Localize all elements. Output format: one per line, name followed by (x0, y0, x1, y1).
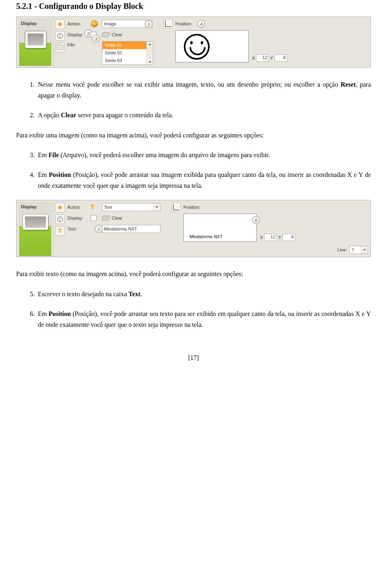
display-chip-icon (25, 31, 46, 48)
file-option-2[interactable]: Smile 02 (102, 49, 153, 57)
text-t-icon: T (55, 226, 65, 236)
position-icon (171, 202, 181, 212)
badge-5: 5 (95, 225, 103, 233)
chevron-down-icon (361, 246, 368, 253)
file-option-3[interactable]: Smile 03 (102, 57, 153, 64)
paragraph-intro-text: Para exibir texto (como na imagem acima)… (16, 268, 371, 279)
file-label: File: (67, 42, 88, 47)
eraser-icon (101, 216, 110, 220)
list-3: Escrever o texto desejado na caixa Text.… (16, 289, 371, 330)
x-label: X (252, 56, 255, 60)
sidebar-title: Display (19, 203, 51, 210)
listbox-scrollbar[interactable] (146, 42, 153, 64)
action-star-icon: ✸ (55, 203, 65, 212)
line-value: 7 (352, 247, 354, 252)
scroll-up-icon[interactable] (147, 42, 153, 47)
y-input[interactable]: 8 (275, 54, 287, 62)
x-input[interactable]: 12 (256, 54, 269, 62)
action-value: Image (104, 21, 117, 26)
line-label: Line: (337, 247, 347, 252)
preview-screen[interactable] (175, 30, 249, 62)
display-smile-icon (55, 214, 65, 224)
section-title: 5.2.1 - Configurando o Display Block (16, 2, 371, 11)
scroll-down-icon[interactable] (147, 59, 153, 64)
item-2: A opção Clear serve para apagar o conteú… (36, 110, 371, 121)
clear-label: Clear (112, 216, 122, 220)
clear-checkbox[interactable] (91, 215, 97, 221)
preview-smiley-icon (184, 34, 210, 60)
file-folder-icon (55, 43, 65, 52)
badge-3: 3 (92, 35, 100, 43)
y-label: Y (278, 235, 281, 240)
file-listbox[interactable]: Smile 01 Smile 02 Smile 03 (102, 41, 153, 65)
chevron-down-icon (153, 204, 160, 211)
display-label: Display: (67, 216, 88, 220)
y-input[interactable]: 8 (283, 234, 295, 241)
display-block-panel-image: Display ✸ Action: Display: 2 File: (16, 17, 371, 68)
display-smile-icon (55, 31, 65, 41)
x-input[interactable]: 12 (264, 234, 277, 241)
list-1: Nesse menu você pode escolher se vai exi… (16, 79, 371, 121)
action-select[interactable]: Text (102, 203, 160, 211)
text-input[interactable]: Mindstorms NXT (102, 225, 160, 233)
panel-sidebar: Display (17, 200, 54, 257)
position-icon (163, 19, 173, 29)
action-star-icon: ✸ (55, 19, 65, 29)
item-1: Nesse menu você pode escolher se vai exi… (36, 79, 371, 101)
action-label: Action: (67, 205, 88, 210)
action-value: Text (104, 205, 112, 210)
smile-orange-icon (91, 20, 98, 27)
position-label: Position: (183, 205, 200, 210)
text-t-orange-icon: T (91, 204, 94, 210)
position-label: Position: (175, 21, 192, 26)
page-number: [17] (16, 354, 371, 362)
badge-4: 4 (197, 20, 205, 28)
preview-text: Mindstorms NXT (189, 234, 223, 239)
badge-1: 1 (145, 20, 153, 28)
paragraph-intro-image: Para exibir uma imagem (como na imagem a… (16, 130, 371, 141)
item-4: Em Position (Posição), você pode arrasta… (36, 169, 371, 191)
x-label: X (260, 235, 263, 240)
eraser-icon (101, 32, 110, 37)
panel-sidebar: Display (17, 17, 54, 67)
line-select[interactable]: 7 (350, 246, 368, 254)
item-6: Em Position (Posição), você pode arrasta… (36, 308, 371, 330)
text-label: Text: (67, 226, 88, 231)
y-label: Y (270, 56, 273, 60)
text-value: Mindstorms NXT (104, 226, 137, 231)
action-label: Action: (67, 21, 88, 26)
list-2: Em File (Arquivo), você poderá escolher … (16, 150, 371, 191)
sidebar-title: Display (19, 19, 51, 27)
display-block-panel-text: Display ✸ T Action: Display: Text: T Tex… (16, 200, 371, 257)
preview-screen[interactable]: Mindstorms NXT (183, 214, 257, 242)
display-chip-icon (23, 214, 48, 230)
file-option-1[interactable]: Smile 01 (102, 42, 153, 49)
item-3: Em File (Arquivo), você poderá escolher … (36, 150, 371, 160)
item-5: Escrever o texto desejado na caixa Text. (36, 289, 371, 299)
badge-6: 6 (252, 216, 260, 224)
clear-label: Clear (112, 32, 122, 37)
